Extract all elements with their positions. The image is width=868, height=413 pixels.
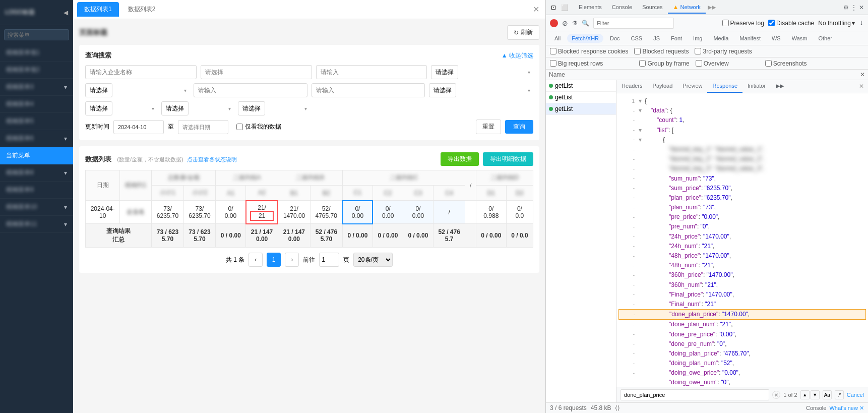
clear-network-btn[interactable]: ⊘	[562, 19, 568, 27]
whats-new-btn[interactable]: What's new ✕	[829, 405, 864, 411]
sidebar-item-9[interactable]: 模糊菜单10 ▾	[0, 199, 73, 216]
filter-tab-ws[interactable]: WS	[767, 34, 785, 43]
close-tab-btn[interactable]: ✕	[531, 3, 541, 16]
devtools-responsive-icon[interactable]: ⬜	[559, 2, 571, 13]
search-next-btn[interactable]: ▼	[811, 390, 820, 399]
filter-tab-fetch-xhr[interactable]: Fetch/XHR	[567, 34, 603, 43]
query-input-5[interactable]	[312, 83, 425, 97]
search-clear-btn[interactable]: ✕	[772, 391, 780, 399]
third-party-checkbox[interactable]	[695, 48, 701, 54]
query-input-2[interactable]	[201, 65, 312, 79]
response-tab-payload[interactable]: Payload	[648, 80, 678, 93]
table-subtitle-link[interactable]: 点击查看各状态说明	[187, 156, 237, 162]
query-select-3[interactable]: 请选择	[429, 83, 456, 97]
search-cancel-btn[interactable]: Cancel	[847, 392, 864, 398]
collapse-button[interactable]: ▲ 收起筛选	[502, 51, 533, 60]
export-detail-button[interactable]: 导出明细数据	[483, 152, 533, 166]
query-select-6[interactable]: 请选择	[238, 101, 265, 115]
response-tab-response[interactable]: Response	[707, 80, 742, 93]
devtools-settings-icon[interactable]: ⚙	[843, 4, 849, 11]
filter-tab-css[interactable]: CSS	[627, 34, 647, 43]
network-import-icon[interactable]: ⤓	[859, 20, 864, 27]
group-frame-checkbox[interactable]	[639, 60, 646, 67]
sidebar-item-10[interactable]: 模糊菜单11 ▾	[0, 216, 73, 233]
query-input-4[interactable]	[194, 83, 307, 97]
devtools-tab-network[interactable]: ▲ Network	[668, 2, 706, 14]
query-input-company[interactable]	[85, 65, 197, 79]
pagination-size-select[interactable]: 20条/页 50条/页 100条/页	[353, 253, 393, 267]
pagination-next[interactable]: ›	[285, 253, 299, 267]
filter-tab-manifest[interactable]: Manifest	[735, 34, 765, 43]
refresh-button[interactable]: ↻ 刷新	[507, 25, 539, 40]
request-item-0[interactable]: getList	[546, 80, 616, 92]
devtools-search-input[interactable]	[621, 389, 769, 400]
sidebar-search-input[interactable]	[4, 29, 69, 40]
expand-icon-2[interactable]: ▾	[639, 106, 645, 115]
name-header-close[interactable]: ✕	[860, 71, 865, 78]
expand-icon-4[interactable]: ▾	[639, 126, 645, 135]
date-to-input[interactable]	[178, 120, 228, 134]
request-item-1[interactable]: getList	[546, 92, 616, 103]
query-select-1[interactable]: 请选择	[431, 65, 458, 79]
search-button[interactable]: 查询	[505, 120, 533, 134]
devtools-inspect-icon[interactable]: ⊡	[549, 2, 558, 13]
query-select-2[interactable]: 请选择	[85, 83, 112, 97]
devtools-tab-sources[interactable]: Sources	[637, 2, 667, 13]
big-rows-checkbox[interactable]	[550, 60, 556, 67]
disable-cache-checkbox[interactable]	[768, 20, 775, 26]
devtools-close-icon[interactable]: ✕	[859, 4, 864, 11]
filter-tab-all[interactable]: All	[550, 34, 565, 43]
screenshots-checkbox[interactable]	[765, 60, 772, 67]
filter-tab-doc[interactable]: Doc	[605, 34, 625, 43]
sidebar-item-5[interactable]: 模糊菜单6 ▾	[0, 130, 73, 147]
custom-filter-checkbox[interactable]	[236, 124, 243, 130]
blocked-requests-checkbox[interactable]	[634, 48, 641, 54]
pagination-page-1[interactable]: 1	[267, 253, 281, 267]
sidebar-item-7[interactable]: 模糊菜单8 ▾	[0, 164, 73, 182]
search-network-btn[interactable]: 🔍	[582, 20, 589, 27]
console-tab-btn[interactable]: Console	[806, 405, 826, 411]
preserve-log-checkbox[interactable]	[722, 20, 729, 26]
expand-icon-1[interactable]: ▾	[639, 96, 645, 106]
record-stop-btn[interactable]	[550, 19, 558, 27]
filter-tab-font[interactable]: Font	[666, 34, 687, 43]
filter-tab-wasm[interactable]: Wasm	[787, 34, 812, 43]
overview-checkbox[interactable]	[696, 60, 702, 67]
response-tab-close[interactable]: ✕	[855, 80, 868, 93]
export-button[interactable]: 导出数据	[441, 152, 479, 166]
filter-tab-js[interactable]: JS	[649, 34, 664, 43]
pagination-goto-input[interactable]	[319, 253, 339, 267]
sidebar-item-4[interactable]: 模糊菜单5	[0, 113, 73, 130]
devtools-tab-elements[interactable]: Elements	[574, 2, 607, 13]
blocked-response-checkbox[interactable]	[550, 48, 556, 54]
response-tab-preview[interactable]: Preview	[677, 80, 707, 93]
network-filter-input[interactable]	[593, 18, 674, 29]
reset-button[interactable]: 重置	[476, 120, 501, 134]
match-case-btn[interactable]: Aa	[823, 390, 832, 399]
devtools-tab-console[interactable]: Console	[607, 2, 637, 13]
pagination-prev[interactable]: ‹	[249, 253, 263, 267]
devtools-more-icon[interactable]: ⋮	[851, 4, 857, 11]
response-tab-initiator[interactable]: Initiator	[742, 80, 771, 93]
response-tab-headers[interactable]: Headers	[616, 80, 648, 93]
sidebar-item-8[interactable]: 模糊菜单9	[0, 182, 73, 199]
main-tab-1[interactable]: 数据列表2	[121, 2, 163, 17]
search-prev-btn[interactable]: ▲	[800, 390, 810, 399]
main-tab-0[interactable]: 数据列表1	[77, 2, 119, 17]
sidebar-item-1[interactable]: 模糊菜单项2	[0, 62, 73, 79]
date-from-input[interactable]	[113, 120, 164, 134]
request-item-2[interactable]: getList	[546, 103, 616, 115]
filter-tab-other[interactable]: Other	[814, 34, 837, 43]
regex-btn[interactable]: .*	[835, 390, 844, 399]
filter-icon[interactable]: ⚗	[572, 20, 578, 27]
response-tab-more[interactable]: ▶▶	[771, 80, 789, 93]
sidebar-item-3[interactable]: 模糊菜单4	[0, 96, 73, 113]
query-input-3[interactable]	[316, 65, 427, 79]
sidebar-item-2[interactable]: 模糊菜单3 ▾	[0, 79, 73, 96]
expand-icon-5[interactable]: ▾	[639, 135, 645, 145]
filter-tab-media[interactable]: Media	[709, 34, 733, 43]
sidebar-item-active[interactable]: 当前菜单	[0, 147, 73, 164]
query-select-5[interactable]: 请选择	[161, 101, 189, 115]
filter-tab-img[interactable]: Img	[689, 34, 707, 43]
devtools-more-tabs-btn[interactable]: ▶▶	[708, 4, 716, 11]
